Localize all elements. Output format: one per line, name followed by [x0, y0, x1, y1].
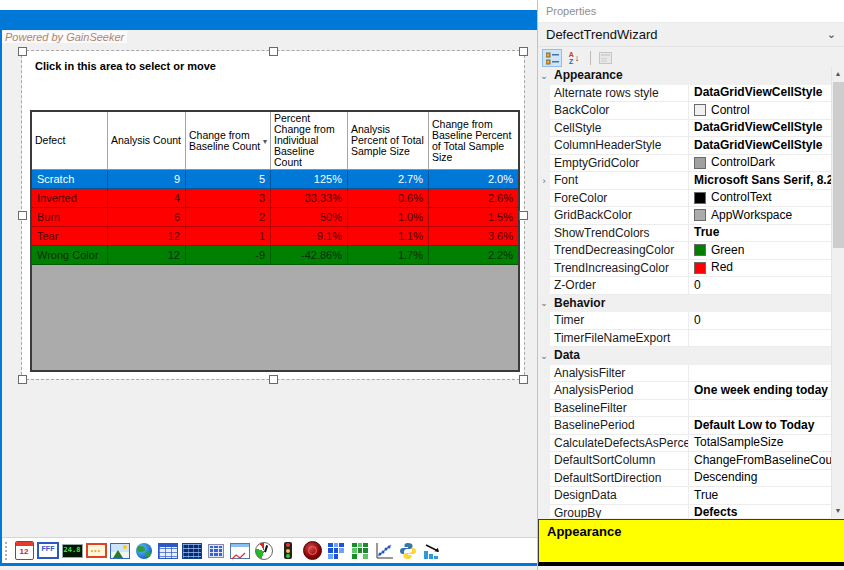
expand-icon[interactable]: ›: [538, 172, 550, 190]
property-row-cellstyle[interactable]: CellStyleDataGridViewCellStyle: [538, 120, 831, 138]
selection-handle[interactable]: [519, 47, 528, 56]
property-value[interactable]: 0: [689, 312, 831, 330]
globe-icon[interactable]: [133, 540, 155, 562]
property-value[interactable]: True: [689, 225, 831, 243]
property-row-trendincreasingcolor[interactable]: TrendIncreasingColorRed: [538, 260, 831, 278]
red-knob-icon[interactable]: [301, 540, 323, 562]
property-value[interactable]: 0: [689, 277, 831, 295]
property-row-forecolor[interactable]: ForeColorControlText: [538, 190, 831, 208]
gauge-icon[interactable]: [253, 540, 275, 562]
property-row-defaultsortcolumn[interactable]: DefaultSortColumnChangeFromBaselineCount: [538, 452, 831, 470]
property-row-calculatedefectsaspercentof[interactable]: CalculateDefectsAsPercentOfTotalSampleSi…: [538, 435, 831, 453]
fff-icon[interactable]: FFF: [37, 540, 59, 562]
python-icon[interactable]: [397, 540, 419, 562]
selection-handle[interactable]: [269, 375, 278, 384]
property-row-timer[interactable]: Timer0: [538, 312, 831, 330]
column-header-change-from-baseline-count[interactable]: Change from Baseline Count▾: [186, 112, 271, 170]
property-value[interactable]: DataGridViewCellStyle: [689, 85, 831, 103]
defect-row-burn[interactable]: Burn6250%1.0%1.5%: [32, 208, 518, 227]
property-row-columnheaderstyle[interactable]: ColumnHeaderStyleDataGridViewCellStyle: [538, 137, 831, 155]
property-value[interactable]: Microsoft Sans Serif, 8.25pt: [689, 172, 831, 190]
property-value[interactable]: TotalSampleSize: [689, 435, 831, 453]
keypad-icon[interactable]: [205, 540, 227, 562]
property-value[interactable]: DataGridViewCellStyle: [689, 137, 831, 155]
property-value[interactable]: Defects: [689, 505, 831, 519]
column-header-defect[interactable]: Defect: [32, 112, 108, 170]
property-value[interactable]: One week ending today: [689, 382, 831, 400]
led-marquee-icon[interactable]: •••: [85, 540, 107, 562]
property-row-timerfilenameexport[interactable]: TimerFileNameExport: [538, 330, 831, 348]
selection-handle[interactable]: [18, 375, 27, 384]
datagrid-text-icon[interactable]: [181, 540, 203, 562]
selection-handle[interactable]: [18, 47, 27, 56]
scatter-plot-icon[interactable]: [373, 540, 395, 562]
alphabetical-sort-icon[interactable]: AZ↓: [564, 49, 584, 67]
defect-row-inverted[interactable]: Inverted4333.33%0.6%2.6%: [32, 189, 518, 208]
property-row-z-order[interactable]: Z-Order0: [538, 277, 831, 295]
defect-row-wrong-color[interactable]: Wrong Color12-9-42.86%1.7%2.2%: [32, 246, 518, 265]
property-category-appearance[interactable]: ⌄Appearance: [538, 67, 831, 85]
selection-handle[interactable]: [519, 211, 528, 220]
property-row-alternate-rows-style[interactable]: Alternate rows styleDataGridViewCellStyl…: [538, 85, 831, 103]
property-value[interactable]: Default Low to Today: [689, 417, 831, 435]
property-row-emptygridcolor[interactable]: EmptyGridColorControlDark: [538, 155, 831, 173]
traffic-light-icon[interactable]: [277, 540, 299, 562]
property-value[interactable]: DataGridViewCellStyle: [689, 120, 831, 138]
property-row-baselinefilter[interactable]: BaselineFilter: [538, 400, 831, 418]
scroll-up-icon[interactable]: ▲: [832, 67, 844, 81]
picture-icon[interactable]: [109, 540, 131, 562]
toolbar-grip[interactable]: [5, 542, 7, 560]
blue-pixel-grid-icon[interactable]: [325, 540, 347, 562]
property-value[interactable]: AppWorkspace: [689, 207, 831, 225]
property-row-baselineperiod[interactable]: BaselinePeriodDefault Low to Today: [538, 417, 831, 435]
property-value[interactable]: [689, 400, 831, 418]
property-row-groupby[interactable]: GroupByDefects: [538, 505, 831, 519]
selection-handle[interactable]: [519, 375, 528, 384]
property-value[interactable]: [689, 365, 831, 383]
property-row-analysisperiod[interactable]: AnalysisPeriodOne week ending today: [538, 382, 831, 400]
column-header-change-from-baseline-percent-of-total-sample-size[interactable]: Change from Baseline Percent of Total Sa…: [429, 112, 518, 170]
green-pixel-grid-icon[interactable]: [349, 540, 371, 562]
property-row-backcolor[interactable]: BackColorControl: [538, 102, 831, 120]
property-value[interactable]: Green: [689, 242, 831, 260]
chart-window-icon[interactable]: [229, 540, 251, 562]
collapse-chevron-icon[interactable]: ⌄: [538, 295, 550, 313]
calendar-icon[interactable]: 12: [13, 540, 35, 562]
property-grid-scrollbar[interactable]: ▲ ▼: [831, 67, 844, 518]
selected-control-region[interactable]: Click in this area to select or move Def…: [22, 51, 524, 379]
defect-trend-grid[interactable]: DefectAnalysis CountChange from Baseline…: [30, 110, 520, 372]
categorized-icon[interactable]: [542, 49, 562, 67]
property-value[interactable]: [689, 330, 831, 348]
collapse-chevron-icon[interactable]: ⌄: [538, 347, 550, 365]
selection-handle[interactable]: [269, 47, 278, 56]
selection-handle[interactable]: [18, 211, 27, 220]
defect-row-tear[interactable]: Tear1219.1%1.1%3.6%: [32, 227, 518, 246]
datagrid-icon[interactable]: [157, 540, 179, 562]
property-row-gridbackcolor[interactable]: GridBackColorAppWorkspace: [538, 207, 831, 225]
property-value[interactable]: Descending: [689, 470, 831, 488]
property-value[interactable]: Control: [689, 102, 831, 120]
scroll-down-icon[interactable]: ▼: [832, 504, 844, 518]
object-selector-dropdown[interactable]: DefectTrendWizard ⌄: [538, 23, 844, 47]
property-row-designdata[interactable]: DesignDataTrue: [538, 487, 831, 505]
property-row-showtrendcolors[interactable]: ShowTrendColorsTrue: [538, 225, 831, 243]
column-header-analysis-count[interactable]: Analysis Count: [108, 112, 186, 170]
defect-row-scratch[interactable]: Scratch95125%2.7%2.0%: [32, 170, 518, 189]
column-header-percent-change-from-individual-baseline-count[interactable]: Percent Change from Individual Baseline …: [271, 112, 348, 170]
scrollbar-thumb[interactable]: [833, 82, 844, 248]
property-row-font[interactable]: ›FontMicrosoft Sans Serif, 8.25pt: [538, 172, 831, 190]
property-row-analysisfilter[interactable]: AnalysisFilter: [538, 365, 831, 383]
bar-trend-icon[interactable]: [421, 540, 443, 562]
column-header-analysis-percent-of-total-sample-size[interactable]: Analysis Percent of Total Sample Size: [348, 112, 429, 170]
property-category-behavior[interactable]: ⌄Behavior: [538, 295, 831, 313]
digital-display-icon[interactable]: 24.8: [61, 540, 83, 562]
property-value[interactable]: ControlDark: [689, 155, 831, 173]
property-value[interactable]: ChangeFromBaselineCount: [689, 452, 831, 470]
collapse-chevron-icon[interactable]: ⌄: [538, 67, 550, 85]
property-value[interactable]: True: [689, 487, 831, 505]
property-category-data[interactable]: ⌄Data: [538, 347, 831, 365]
property-row-trenddecreasingcolor[interactable]: TrendDecreasingColorGreen: [538, 242, 831, 260]
property-value[interactable]: ControlText: [689, 190, 831, 208]
property-value[interactable]: Red: [689, 260, 831, 278]
property-row-defaultsortdirection[interactable]: DefaultSortDirectionDescending: [538, 470, 831, 488]
